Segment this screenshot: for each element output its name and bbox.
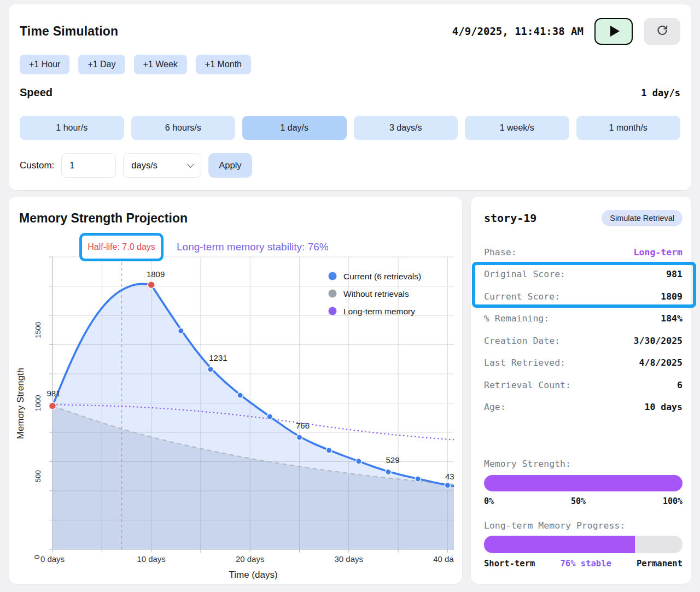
chevron-down-icon	[187, 161, 194, 168]
info-value: Long-term	[634, 247, 682, 257]
speed-option-1-month-s[interactable]: 1 month/s	[576, 116, 681, 140]
info-label: Current Score:	[484, 291, 560, 302]
info-value: 3/30/2025	[634, 336, 682, 346]
svg-text:1500: 1500	[34, 322, 42, 338]
half-life-annotation-box: Half-life: 7.0 days	[79, 233, 164, 261]
svg-text:500: 500	[34, 470, 42, 483]
info-label: Retrieval Count:	[484, 380, 571, 390]
longterm-progress-bar	[484, 536, 682, 553]
stability-annotation: Long-term memory stability: 76%	[177, 241, 329, 253]
custom-speed-input[interactable]	[61, 153, 116, 178]
svg-text:1000: 1000	[34, 395, 42, 411]
info-row-currentscore: Current Score:1809	[484, 285, 682, 308]
svg-text:Long-term memory: Long-term memory	[343, 307, 415, 316]
memory-simulation-page: { "simulation": { "title": "Time Simulat…	[0, 0, 700, 592]
info-row-age: Age:10 days	[484, 396, 682, 419]
custom-unit-select[interactable]: days/s	[123, 153, 201, 178]
svg-text:1809: 1809	[147, 269, 165, 279]
svg-text:10 days: 10 days	[137, 554, 166, 564]
custom-speed-row: Custom: days/s Apply	[20, 153, 252, 178]
svg-text:Time (days): Time (days)	[229, 570, 277, 580]
speed-option-1-hour-s[interactable]: 1 hour/s	[20, 116, 124, 140]
info-value: 184%	[661, 313, 682, 324]
simulation-title: Time Simulation	[20, 24, 118, 39]
info-value: 981	[666, 269, 682, 279]
info-row-originalscore: Original Score:981	[484, 263, 682, 286]
custom-speed-label: Custom:	[20, 160, 54, 171]
speed-header: Speed 1 day/s	[20, 86, 680, 99]
info-value: 6	[677, 380, 682, 390]
jump-button-1week[interactable]: +1 Week	[134, 55, 187, 74]
info-value: 10 days	[644, 402, 682, 412]
speed-options-row: 1 hour/s6 hours/s1 day/s3 days/s1 week/s…	[20, 116, 680, 140]
memory-detail-card: story-19 Simulate Retrieval Phase:Long-t…	[471, 197, 691, 584]
speed-heading: Speed	[20, 86, 52, 99]
reset-button[interactable]	[644, 18, 680, 45]
detail-header: story-19 Simulate Retrieval	[484, 210, 682, 226]
simulation-datetime: 4/9/2025, 11:41:38 AM	[452, 25, 584, 37]
info-label: Phase:	[484, 247, 517, 257]
svg-text:1231: 1231	[209, 353, 227, 362]
speed-option-3-days-s[interactable]: 3 days/s	[354, 116, 458, 140]
svg-text:30 days: 30 days	[335, 554, 364, 564]
simulation-controls: 4/9/2025, 11:41:38 AM	[452, 18, 680, 45]
info-row-retrievalcount: Retrieval Count:6	[484, 374, 682, 396]
scale-0: 0%	[484, 496, 494, 506]
svg-text:20 days: 20 days	[236, 554, 265, 564]
info-row-lastretrieved: Last Retrieved:4/8/2025	[484, 352, 682, 374]
play-button[interactable]	[594, 18, 633, 45]
info-label: Age:	[484, 402, 506, 412]
info-label: % Remaining:	[484, 313, 549, 324]
memory-info-rows: Phase:Long-termOriginal Score:981Current…	[484, 241, 682, 418]
svg-text:0 days: 0 days	[40, 554, 65, 564]
simulation-header: Time Simulation 4/9/2025, 11:41:38 AM	[20, 17, 680, 45]
info-label: Original Score:	[484, 269, 565, 279]
memory-strength-label: Memory Strength:	[484, 459, 682, 469]
time-jump-row: +1 Hour+1 Day+1 Week+1 Month	[20, 55, 251, 74]
memory-strength-scale: 0% 50% 100%	[484, 496, 682, 506]
memory-projection-card: Memory Strength Projection 9811809123176…	[9, 197, 462, 584]
info-label: Last Retrieved:	[484, 357, 565, 368]
longterm-progress-scale: Short-term 76% stable Permanent	[484, 559, 682, 568]
info-row-creationdate: Creation Date:3/30/2025	[484, 330, 682, 352]
info-row-phase: Phase:Long-term	[484, 241, 682, 263]
svg-text:0: 0	[33, 555, 41, 559]
scale-50: 50%	[571, 496, 586, 506]
svg-text:529: 529	[386, 455, 400, 465]
speed-option-1-week-s[interactable]: 1 week/s	[465, 116, 569, 140]
memory-strength-fill	[484, 475, 682, 491]
reset-icon	[655, 23, 669, 39]
info-label: Creation Date:	[484, 336, 560, 346]
speed-option-6-hours-s[interactable]: 6 hours/s	[131, 116, 236, 140]
svg-text:Without retrievals: Without retrievals	[343, 289, 409, 298]
longterm-progress-fill	[484, 536, 635, 553]
svg-text:Memory Strength: Memory Strength	[15, 368, 26, 439]
info-value: 4/8/2025	[639, 357, 682, 368]
memory-strength-chart: 981180912317665294380 days10 days20 days…	[9, 201, 454, 584]
scale-100: 100%	[663, 496, 682, 506]
svg-text:766: 766	[296, 421, 310, 430]
stable-percent-label: 76% stable	[561, 559, 611, 568]
jump-button-1month[interactable]: +1 Month	[196, 55, 251, 74]
longterm-progress-label: Long-term Memory Progress:	[484, 520, 682, 531]
custom-unit-value: days/s	[131, 160, 158, 171]
svg-text:981: 981	[46, 389, 60, 398]
speed-option-1-day-s[interactable]: 1 day/s	[242, 116, 347, 140]
info-value: 1809	[661, 291, 682, 302]
memory-strength-bar	[484, 475, 682, 491]
jump-button-1hour[interactable]: +1 Hour	[20, 55, 69, 74]
apply-button[interactable]: Apply	[208, 153, 252, 178]
play-icon	[610, 26, 620, 37]
shortterm-label: Short-term	[484, 559, 535, 568]
svg-text:438: 438	[445, 472, 454, 481]
current-speed-value: 1 day/s	[641, 87, 680, 98]
svg-text:Current (6 retrievals): Current (6 retrievals)	[343, 272, 421, 281]
info-row-remaining: % Remaining:184%	[484, 308, 682, 330]
jump-button-1day[interactable]: +1 Day	[78, 55, 125, 74]
memory-id-title: story-19	[484, 212, 536, 225]
half-life-label: Half-life: 7.0 days	[88, 242, 155, 252]
time-simulation-card: Time Simulation 4/9/2025, 11:41:38 AM +1…	[9, 4, 691, 190]
permanent-label: Permanent	[637, 559, 682, 568]
simulate-retrieval-button[interactable]: Simulate Retrieval	[602, 210, 682, 226]
svg-text:40 days: 40 days	[433, 554, 454, 564]
